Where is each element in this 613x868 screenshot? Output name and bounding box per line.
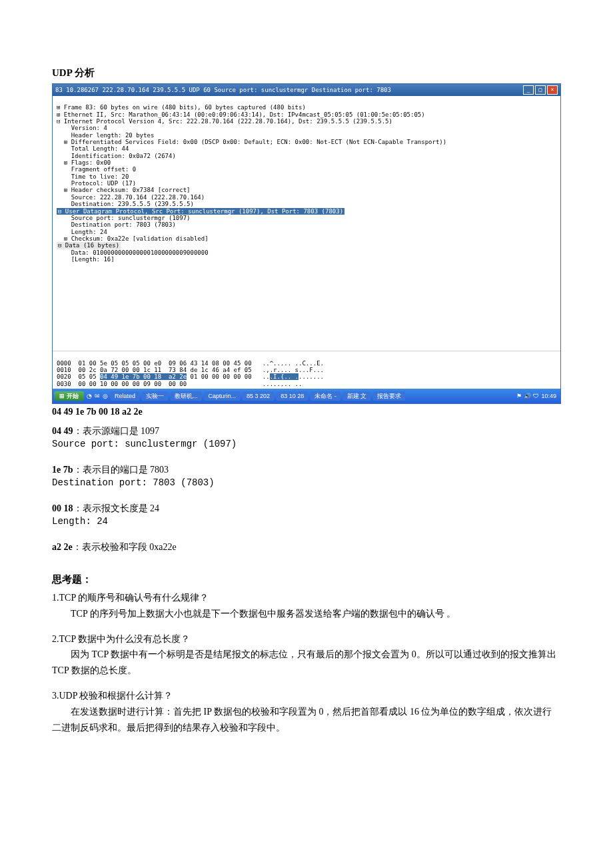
field-desc: ：表示目的端口是 7803 [73, 465, 169, 475]
field-label: a2 2e [52, 542, 73, 552]
detail-line: Identification: 0x0a72 (2674) [57, 153, 176, 159]
detail-line: Length: 24 [57, 229, 107, 235]
detail-line: ⊟ Data (16 bytes) [57, 242, 121, 249]
detail-line: ⊞ Header checksum: 0x7384 [correct] [57, 187, 190, 193]
wireshark-title-text: 83 10.286267 222.28.70.164 239.5.5.5 UDP… [55, 87, 391, 93]
hex-selected-ascii: .I.{.. . [270, 373, 299, 380]
detail-line: Source: 222.28.70.164 (222.28.70.164) [57, 194, 205, 201]
question-2: 2.TCP 数据中为什么没有总长度？ 因为 TCP 数据中有一个标明是否是结尾报… [52, 631, 561, 679]
field-mono: Length: 24 [52, 515, 561, 528]
hex-row: 0000 01 00 5e 05 05 05 00 e0 09 06 43 14… [57, 360, 324, 367]
detail-line: Destination: 239.5.5.5 (239.5.5.5) [57, 201, 194, 207]
detail-line: Fragment offset: 0 [57, 166, 136, 173]
question-1: 1.TCP 的顺序号和确认号有什么规律？ TCP 的序列号加上数据大小也就是下一… [52, 590, 561, 622]
windows-taskbar: ⊞ 开始 ◔ ✉ ◎ Related 实验一 教研机... Capturin..… [53, 389, 560, 403]
quicklaunch-icon[interactable]: ✉ [95, 393, 100, 399]
field-a22e: a2 2e：表示校验和字段 0xa22e [52, 541, 561, 553]
taskbar-item[interactable]: 83 10 28 [277, 391, 308, 401]
detail-line: Destination port: 7803 (7803) [57, 221, 176, 228]
detail-line: Source port: sunclustermgr (1097) [57, 215, 190, 221]
close-icon[interactable]: × [547, 85, 558, 95]
q1-text: 1.TCP 的顺序号和确认号有什么规律？ [52, 590, 561, 606]
taskbar-item[interactable]: 85 3 202 [243, 391, 274, 401]
hex-pane: 0000 01 00 5e 05 05 05 00 e0 09 06 43 14… [53, 351, 560, 389]
quicklaunch-icon[interactable]: ◔ [87, 393, 92, 399]
detail-line-selected: ⊟ User Datagram Protocol, Src Port: sunc… [57, 208, 344, 215]
thinking-title: 思考题： [52, 573, 561, 586]
question-3: 3.UDP 校验和根据什么计算？ 在发送数据时进行计算：首先把 IP 数据包的校… [52, 688, 561, 735]
tray-icon[interactable]: ⚑ [516, 393, 522, 399]
detail-line: Header length: 20 bytes [57, 132, 154, 139]
detail-line: Protocol: UDP (17) [57, 180, 136, 187]
tray-icon[interactable]: 🔊 [524, 393, 531, 399]
taskbar-item[interactable]: 新建 文 [343, 391, 371, 401]
detail-line: [Length: 16] [57, 256, 115, 263]
hex-selected: 04 49 1e 7b 00 18 a2 2e [100, 373, 187, 380]
field-0018: 00 18：表示报文长度是 24 Length: 24 [52, 503, 561, 528]
start-button[interactable]: ⊞ 开始 [54, 391, 84, 401]
wireshark-window: 83 10.286267 222.28.70.164 239.5.5.5 UDP… [52, 83, 561, 404]
tray-time: 10:49 [541, 393, 556, 399]
field-mono: Destination port: 7803 (7803) [52, 476, 561, 489]
q3-text: 3.UDP 校验和根据什么计算？ [52, 688, 561, 704]
hex-row: 0030 00 00 10 00 00 00 09 00 00 00 .....… [57, 381, 302, 387]
taskbar-item[interactable]: 报告要求 [373, 391, 405, 401]
detail-line: Total Length: 44 [57, 145, 129, 152]
field-desc: ：表示源端口是 1097 [73, 426, 160, 436]
section-title-udp: UDP 分析 [52, 67, 561, 79]
a2-text: 因为 TCP 数据中有一个标明是否是结尾报文的标志位，只有最后的那个报文会置为 … [52, 647, 561, 679]
field-label: 1e 7b [52, 465, 73, 475]
hex-row: 0020 05 05 04 49 1e 7b 00 18 a2 2e 01 00… [57, 373, 324, 380]
system-tray: ⚑ 🔊 🛡 10:49 [516, 393, 559, 399]
tray-icon[interactable]: 🛡 [533, 393, 539, 399]
detail-line: Data: 01000000000000001000000009000000 [57, 249, 209, 256]
windows-logo-icon: ⊞ [59, 393, 65, 399]
detail-line: ⊞ Flags: 0x00 [57, 159, 111, 166]
wireshark-titlebar: 83 10.286267 222.28.70.164 239.5.5.5 UDP… [53, 84, 560, 96]
detail-line: ⊟ Internet Protocol Version 4, Src: 222.… [57, 118, 392, 125]
maximize-icon[interactable]: □ [535, 85, 546, 95]
a3-text: 在发送数据时进行计算：首先把 IP 数据包的校验和字段置为 0，然后把首部看成以… [52, 704, 561, 736]
taskbar-item[interactable]: Capturin... [205, 391, 241, 401]
taskbar-item[interactable]: 实验一 [142, 391, 168, 401]
taskbar-item[interactable]: 未命名 - [310, 391, 340, 401]
hex-row: 0010 00 2c 0a 72 00 00 1c 11 73 84 de 1c… [57, 367, 324, 373]
window-controls: _ □ × [523, 85, 558, 95]
detail-line: Time to live: 20 [57, 173, 129, 180]
detail-line: ⊞ Frame 83: 60 bytes on wire (480 bits),… [57, 104, 306, 111]
field-desc: ：表示校验和字段 0xa22e [73, 542, 177, 552]
detail-line: ⊞ Checksum: 0xa22e [validation disabled] [57, 235, 209, 242]
field-label: 00 18 [52, 503, 73, 513]
field-mono: Source port: sunclustermgr (1097) [52, 437, 561, 451]
taskbar-item[interactable]: 教研机... [171, 391, 202, 401]
taskbar-item[interactable]: Related [111, 391, 139, 401]
q2-text: 2.TCP 数据中为什么没有总长度？ [52, 631, 561, 647]
detail-line: Version: 4 [57, 125, 107, 131]
detail-line: ⊞ Differentiated Services Field: 0x00 (D… [57, 139, 446, 145]
packet-details-pane: ⊞ Frame 83: 60 bytes on wire (480 bits),… [53, 96, 560, 351]
detail-line: ⊞ Ethernet II, Src: Marathon_06:43:14 (0… [57, 111, 425, 118]
field-desc: ：表示报文长度是 24 [73, 503, 160, 513]
a1-text: TCP 的序列号加上数据大小也就是下一个数据包中服务器发送给客户端的数据包中的确… [52, 606, 561, 622]
field-label: 04 49 [52, 426, 73, 436]
hex-bytes-line: 04 49 1e 7b 00 18 a2 2e [52, 407, 561, 417]
quicklaunch-icon[interactable]: ◎ [103, 393, 108, 399]
minimize-icon[interactable]: _ [523, 85, 534, 95]
field-0449: 04 49：表示源端口是 1097 Source port: suncluste… [52, 425, 561, 451]
field-1e7b: 1e 7b：表示目的端口是 7803 Destination port: 780… [52, 464, 561, 489]
start-label: 开始 [67, 393, 79, 399]
